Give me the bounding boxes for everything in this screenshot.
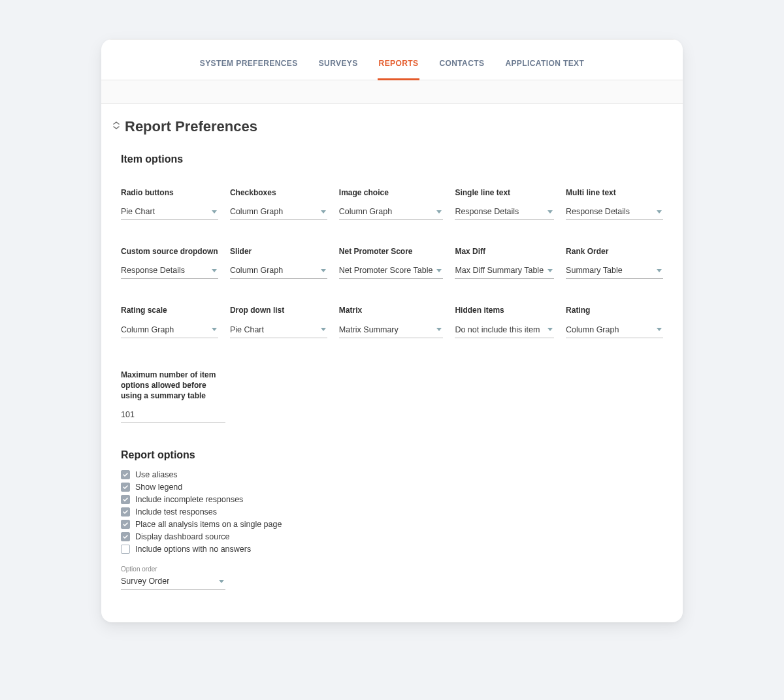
tab-surveys[interactable]: SURVEYS bbox=[318, 52, 359, 80]
option-order-field: Option order Survey Order bbox=[121, 565, 225, 590]
checkbox-label[interactable]: Include options with no answers bbox=[135, 545, 251, 554]
collapse-expand-icon[interactable] bbox=[112, 121, 121, 133]
checkbox-display-dashboard-source[interactable] bbox=[121, 532, 130, 541]
chevron-down-icon bbox=[657, 210, 662, 214]
item-option-slider: SliderColumn Graph bbox=[230, 246, 327, 279]
chevron-down-icon bbox=[321, 210, 326, 214]
checkbox-single-page[interactable] bbox=[121, 520, 130, 529]
max-options-field: Maximum number of item options allowed b… bbox=[121, 370, 225, 424]
item-option-single-line-text: Single line textResponse Details bbox=[455, 187, 554, 220]
item-option-radio-buttons: Radio buttonsPie Chart bbox=[121, 187, 218, 220]
item-options-heading: Item options bbox=[121, 153, 663, 165]
item-option-label: Rating bbox=[566, 305, 663, 315]
max-options-label: Maximum number of item options allowed b… bbox=[121, 370, 225, 402]
item-option-value: Column Graph bbox=[339, 207, 392, 216]
item-option-label: Custom source dropdown bbox=[121, 246, 218, 257]
item-option-select-matrix[interactable]: Matrix Summary bbox=[339, 323, 444, 338]
checkbox-label[interactable]: Place all analysis items on a single pag… bbox=[135, 520, 282, 529]
item-option-select-net-promoter-score[interactable]: Net Promoter Score Table bbox=[339, 263, 444, 279]
item-option-value: Column Graph bbox=[566, 325, 619, 334]
item-option-select-image-choice[interactable]: Column Graph bbox=[339, 204, 444, 220]
item-option-image-choice: Image choiceColumn Graph bbox=[339, 187, 444, 220]
checkbox-row-include-test: Include test responses bbox=[121, 507, 663, 517]
checkbox-label[interactable]: Show legend bbox=[135, 483, 182, 492]
report-options-list: Use aliasesShow legendInclude incomplete… bbox=[121, 470, 663, 554]
item-option-select-single-line-text[interactable]: Response Details bbox=[455, 204, 554, 220]
option-order-label: Option order bbox=[121, 565, 225, 573]
checkbox-label[interactable]: Include incomplete responses bbox=[135, 495, 243, 504]
option-order-value: Survey Order bbox=[121, 577, 169, 586]
checkbox-show-legend[interactable] bbox=[121, 483, 130, 492]
chevron-down-icon bbox=[321, 269, 326, 272]
item-option-select-rating-scale[interactable]: Column Graph bbox=[121, 323, 218, 338]
item-option-select-hidden-items[interactable]: Do not include this item bbox=[455, 323, 554, 338]
item-options-grid: Radio buttonsPie ChartCheckboxesColumn G… bbox=[121, 187, 663, 338]
item-option-label: Slider bbox=[230, 246, 327, 257]
checkbox-label[interactable]: Use aliases bbox=[135, 470, 178, 479]
item-option-max-diff: Max DiffMax Diff Summary Table bbox=[455, 246, 554, 279]
item-option-custom-source-dropdown: Custom source dropdownResponse Details bbox=[121, 246, 218, 279]
item-option-label: Radio buttons bbox=[121, 187, 218, 198]
item-option-select-multi-line-text[interactable]: Response Details bbox=[566, 204, 663, 220]
chevron-down-icon bbox=[657, 328, 662, 331]
item-option-label: Checkboxes bbox=[230, 187, 327, 198]
item-option-select-slider[interactable]: Column Graph bbox=[230, 263, 327, 279]
chevron-down-icon bbox=[321, 328, 326, 331]
checkbox-label[interactable]: Display dashboard source bbox=[135, 532, 230, 541]
item-option-rating: RatingColumn Graph bbox=[566, 305, 663, 338]
item-option-label: Single line text bbox=[455, 187, 554, 198]
item-option-select-radio-buttons[interactable]: Pie Chart bbox=[121, 204, 218, 220]
chevron-down-icon bbox=[547, 269, 553, 272]
item-option-value: Pie Chart bbox=[230, 325, 264, 334]
checkbox-label[interactable]: Include test responses bbox=[135, 507, 217, 517]
item-option-label: Max Diff bbox=[455, 246, 554, 257]
item-option-select-drop-down-list[interactable]: Pie Chart bbox=[230, 323, 327, 338]
chevron-down-icon bbox=[436, 210, 442, 214]
item-option-select-checkboxes[interactable]: Column Graph bbox=[230, 204, 327, 220]
chevron-down-icon bbox=[547, 328, 553, 331]
checkbox-use-aliases[interactable] bbox=[121, 470, 130, 479]
item-option-matrix: MatrixMatrix Summary bbox=[339, 305, 444, 338]
chevron-down-icon bbox=[436, 269, 442, 272]
item-option-hidden-items: Hidden itemsDo not include this item bbox=[455, 305, 554, 338]
chevron-down-icon bbox=[657, 269, 662, 272]
checkbox-row-use-aliases: Use aliases bbox=[121, 470, 663, 479]
report-options-heading: Report options bbox=[121, 449, 663, 461]
item-option-label: Image choice bbox=[339, 187, 444, 198]
item-option-select-custom-source-dropdown[interactable]: Response Details bbox=[121, 263, 218, 279]
tab-reports[interactable]: REPORTS bbox=[378, 52, 420, 80]
item-option-select-rank-order[interactable]: Summary Table bbox=[566, 263, 663, 279]
option-order-select[interactable]: Survey Order bbox=[121, 574, 225, 590]
item-option-select-max-diff[interactable]: Max Diff Summary Table bbox=[455, 263, 554, 279]
chevron-down-icon bbox=[547, 210, 553, 214]
checkbox-row-single-page: Place all analysis items on a single pag… bbox=[121, 520, 663, 529]
checkbox-include-no-answers[interactable] bbox=[121, 545, 130, 554]
checkbox-include-incomplete[interactable] bbox=[121, 495, 130, 504]
item-option-value: Max Diff Summary Table bbox=[455, 266, 544, 275]
tab-system[interactable]: SYSTEM PREFERENCES bbox=[199, 52, 299, 80]
tabs-container: SYSTEM PREFERENCESSURVEYSREPORTSCONTACTS… bbox=[101, 39, 683, 80]
checkbox-row-include-incomplete: Include incomplete responses bbox=[121, 495, 663, 504]
item-option-rating-scale: Rating scaleColumn Graph bbox=[121, 305, 218, 338]
item-option-net-promoter-score: Net Promoter ScoreNet Promoter Score Tab… bbox=[339, 246, 444, 279]
item-option-value: Column Graph bbox=[230, 266, 283, 275]
max-options-input[interactable] bbox=[121, 407, 225, 423]
subheader-band bbox=[101, 80, 683, 104]
chevron-down-icon bbox=[212, 269, 217, 272]
item-option-select-rating[interactable]: Column Graph bbox=[566, 323, 663, 338]
item-option-rank-order: Rank OrderSummary Table bbox=[566, 246, 663, 279]
chevron-down-icon bbox=[436, 328, 442, 331]
chevron-down-icon bbox=[212, 328, 217, 331]
item-option-label: Matrix bbox=[339, 305, 444, 315]
item-option-value: Response Details bbox=[455, 207, 519, 216]
checkbox-include-test[interactable] bbox=[121, 507, 130, 517]
page-title-row: Report Preferences bbox=[112, 118, 663, 135]
chevron-down-icon bbox=[212, 210, 217, 214]
item-option-label: Rating scale bbox=[121, 305, 218, 315]
item-option-label: Rank Order bbox=[566, 246, 663, 257]
item-option-label: Drop down list bbox=[230, 305, 327, 315]
checkbox-row-include-no-answers: Include options with no answers bbox=[121, 545, 663, 554]
item-option-value: Summary Table bbox=[566, 266, 623, 275]
tab-apptext[interactable]: APPLICATION TEXT bbox=[504, 52, 585, 80]
tab-contacts[interactable]: CONTACTS bbox=[438, 52, 485, 80]
